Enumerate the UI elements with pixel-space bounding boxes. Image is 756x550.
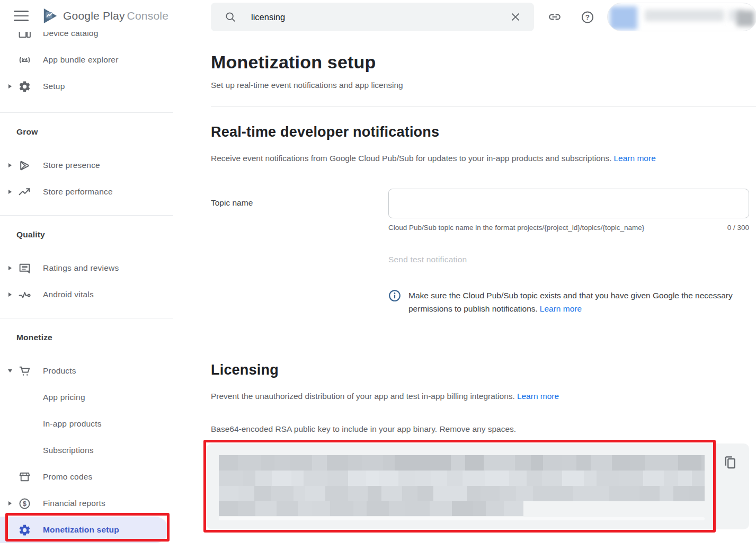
google-play-console-logo[interactable]: Google PlayConsole bbox=[42, 7, 168, 24]
sidebar-item-label: Products bbox=[43, 366, 76, 376]
licensing-description-text: Prevent the unauthorized distribution of… bbox=[211, 392, 515, 401]
sidebar-item-android-vitals[interactable]: Android vitals bbox=[0, 281, 173, 308]
licensing-heading: Licensing bbox=[211, 362, 749, 378]
sidebar-item-label: Android vitals bbox=[43, 290, 94, 299]
sidebar-item-app-bundle-explorer[interactable]: App bundle explorer bbox=[0, 47, 173, 73]
sidebar-item-label: In-app products bbox=[43, 419, 102, 429]
sidebar-item-label: Promo codes bbox=[43, 472, 93, 482]
sidebar-item-label: Subscriptions bbox=[43, 446, 94, 455]
char-counter: 0 / 300 bbox=[727, 224, 749, 232]
chevron-right-icon[interactable] bbox=[3, 266, 17, 270]
copy-key-icon[interactable] bbox=[721, 453, 740, 472]
sidebar-item-label: Ratings and reviews bbox=[43, 263, 119, 273]
sidebar-item-app-pricing[interactable]: App pricing bbox=[0, 384, 173, 411]
logo-suffix: Console bbox=[127, 10, 168, 22]
search-input[interactable] bbox=[251, 12, 509, 22]
chevron-right-icon[interactable] bbox=[3, 501, 17, 505]
sidebar-item-label: App bundle explorer bbox=[43, 55, 119, 65]
sidebar-section-quality: Quality bbox=[16, 228, 173, 241]
promo-codes-storefront-icon bbox=[18, 471, 31, 484]
rtdn-description-text: Receive event notifications from Google … bbox=[211, 154, 612, 163]
top-bar: ? bbox=[211, 0, 749, 32]
sidebar-item-store-performance[interactable]: Store performance bbox=[0, 179, 173, 205]
sidebar-nav: Device catalog App bundle explorer bbox=[0, 32, 173, 543]
logo-name: Google Play bbox=[63, 10, 125, 22]
store-presence-icon bbox=[18, 159, 31, 172]
sidebar-item-ratings-and-reviews[interactable]: Ratings and reviews bbox=[0, 255, 173, 281]
sidebar-item-products[interactable]: Products bbox=[0, 358, 173, 384]
sidebar-item-label: Financial reports bbox=[43, 499, 105, 508]
account-selector-redacted[interactable] bbox=[607, 3, 756, 31]
sidebar-header: Google PlayConsole bbox=[0, 0, 173, 32]
store-performance-icon bbox=[18, 185, 31, 199]
sidebar-item-label: Store presence bbox=[43, 161, 100, 170]
chevron-down-icon[interactable] bbox=[3, 369, 17, 372]
sidebar-item-in-app-products[interactable]: In-app products bbox=[0, 411, 173, 437]
device-catalog-icon bbox=[18, 32, 31, 40]
topic-name-row: Topic name bbox=[211, 189, 749, 218]
sidebar-section-grow: Grow bbox=[16, 126, 173, 138]
chevron-right-icon[interactable] bbox=[3, 292, 17, 297]
licensing-learn-more-link[interactable]: Learn more bbox=[517, 392, 559, 401]
sidebar-divider bbox=[0, 112, 173, 113]
chevron-right-icon[interactable] bbox=[3, 190, 17, 194]
search-clear-icon[interactable] bbox=[509, 10, 522, 24]
section-divider bbox=[211, 106, 756, 107]
products-cart-icon bbox=[18, 365, 31, 378]
android-vitals-icon bbox=[18, 288, 31, 301]
licensing-description: Prevent the unauthorized distribution of… bbox=[211, 390, 749, 402]
license-key-container bbox=[211, 443, 749, 529]
sidebar: Google PlayConsole Device catalog bbox=[0, 0, 173, 550]
sidebar-item-label: Monetization setup bbox=[43, 525, 119, 535]
logo-text: Google PlayConsole bbox=[63, 10, 168, 22]
page-title: Monetization setup bbox=[211, 51, 749, 73]
hamburger-menu-icon[interactable] bbox=[14, 11, 29, 21]
rtdn-description: Receive event notifications from Google … bbox=[211, 152, 749, 164]
info-text: Make sure the Cloud Pub/Sub topic exists… bbox=[408, 289, 743, 315]
help-icon[interactable]: ? bbox=[581, 10, 594, 24]
sidebar-item-subscriptions[interactable]: Subscriptions bbox=[0, 437, 173, 464]
sidebar-item-monetization-setup[interactable]: Monetization setup bbox=[0, 517, 168, 543]
info-learn-more-link[interactable]: Learn more bbox=[540, 304, 582, 313]
app-bundle-explorer-icon bbox=[18, 54, 31, 67]
setup-gear-icon bbox=[18, 80, 31, 93]
sidebar-item-label: Setup bbox=[43, 82, 65, 91]
rtdn-learn-more-link[interactable]: Learn more bbox=[614, 154, 656, 163]
financial-reports-icon: $ bbox=[18, 497, 31, 510]
svg-text:?: ? bbox=[585, 13, 590, 21]
base64-key-instructions: Base64-encoded RSA public key to include… bbox=[211, 424, 749, 434]
send-test-notification-button[interactable]: Send test notification bbox=[388, 255, 467, 264]
topic-helper-text: Cloud Pub/Sub topic name in the format p… bbox=[388, 224, 644, 232]
key-horizontal-scrollbar[interactable] bbox=[219, 517, 705, 520]
sidebar-divider bbox=[0, 318, 173, 318]
main-content: ? Monetization setup Set up real-time ev… bbox=[173, 0, 756, 550]
sidebar-item-financial-reports[interactable]: $ Financial reports bbox=[0, 490, 173, 517]
sidebar-item-setup[interactable]: Setup bbox=[0, 73, 173, 100]
topic-helper-row: Cloud Pub/Sub topic name in the format p… bbox=[388, 224, 749, 232]
pubsub-info-note: Make sure the Cloud Pub/Sub topic exists… bbox=[388, 289, 749, 315]
chevron-right-icon[interactable] bbox=[3, 163, 17, 167]
chevron-right-icon[interactable] bbox=[3, 84, 17, 88]
search-box[interactable] bbox=[211, 3, 534, 31]
search-icon bbox=[225, 11, 236, 23]
page-subtitle: Set up real-time event notifications and… bbox=[211, 81, 749, 90]
topic-name-input[interactable] bbox=[388, 189, 749, 218]
play-console-app: Google PlayConsole Device catalog bbox=[0, 0, 756, 550]
sidebar-item-device-catalog[interactable]: Device catalog bbox=[0, 32, 173, 47]
sidebar-divider bbox=[0, 215, 173, 216]
license-key-redacted bbox=[219, 455, 705, 516]
sidebar-item-label: Device catalog bbox=[43, 32, 98, 38]
info-icon bbox=[388, 289, 401, 302]
sidebar-item-label: App pricing bbox=[43, 393, 85, 402]
svg-text:$: $ bbox=[23, 500, 26, 507]
sidebar-item-label: Store performance bbox=[43, 187, 113, 197]
copy-link-icon[interactable] bbox=[548, 10, 562, 24]
sidebar-item-store-presence[interactable]: Store presence bbox=[0, 152, 173, 179]
play-logo-icon bbox=[42, 7, 58, 24]
topic-name-label: Topic name bbox=[211, 189, 388, 218]
ratings-and-reviews-icon bbox=[18, 262, 31, 275]
license-key-panel bbox=[207, 443, 749, 529]
sidebar-section-monetize: Monetize bbox=[16, 331, 173, 344]
rtdn-heading: Real-time developer notifications bbox=[211, 124, 749, 140]
sidebar-item-promo-codes[interactable]: Promo codes bbox=[0, 464, 173, 490]
